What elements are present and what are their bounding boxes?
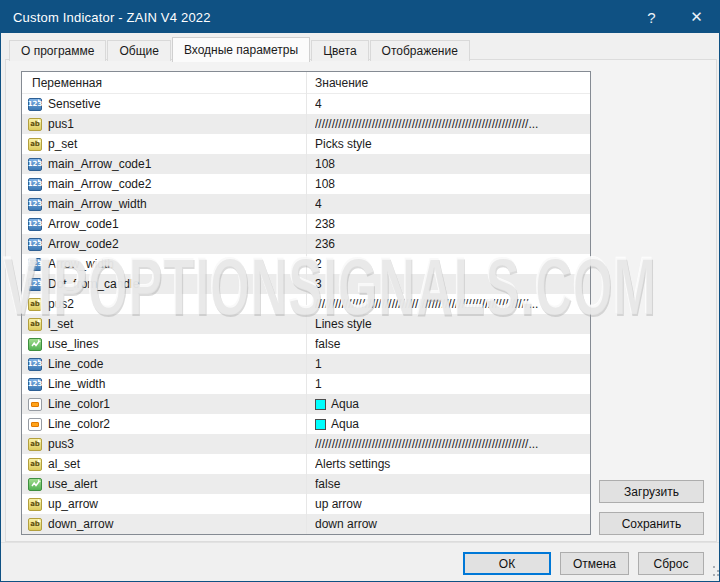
param-value[interactable]: ////////////////////////////////////////… [315, 437, 587, 451]
param-name: pus2 [48, 297, 74, 311]
param-name: up_arrow [48, 497, 98, 511]
integer-param-icon: 123 [28, 198, 42, 211]
footer-divider [1, 542, 719, 543]
param-name: Dot_from_candle [48, 277, 139, 291]
integer-param-icon: 123 [28, 178, 42, 191]
integer-param-icon: 123 [28, 158, 42, 171]
close-button[interactable]: ✕ [674, 1, 719, 33]
tab-about[interactable]: О программе [9, 40, 106, 61]
param-name: pus3 [48, 437, 74, 451]
param-value[interactable]: 3 [315, 277, 587, 291]
param-value[interactable]: Aqua [315, 417, 587, 431]
param-name: Arrow_width [48, 257, 114, 271]
param-value[interactable]: Lines style [315, 317, 587, 331]
param-name: main_Arrow_width [48, 197, 147, 211]
tab-input-parameters[interactable]: Входные параметры [172, 37, 310, 62]
window-title: Custom Indicator - ZAIN V4 2022 [1, 10, 211, 25]
tab-common[interactable]: Общие [107, 40, 170, 61]
color-swatch [315, 419, 326, 430]
integer-param-icon: 123 [28, 218, 42, 231]
param-name: use_lines [48, 337, 99, 351]
tab-colors[interactable]: Цвета [311, 40, 368, 61]
param-name: down_arrow [48, 517, 113, 531]
color-param-icon [28, 398, 42, 411]
param-value[interactable]: down arrow [315, 517, 587, 531]
string-param-icon: ab [28, 518, 42, 531]
color-swatch [315, 399, 326, 410]
boolean-param-icon [28, 478, 42, 491]
param-name: use_alert [48, 477, 97, 491]
param-value[interactable]: 236 [315, 237, 587, 251]
tab-visualization[interactable]: Отображение [370, 40, 470, 61]
param-value[interactable]: 4 [315, 97, 587, 111]
string-param-icon: ab [28, 118, 42, 131]
titlebar[interactable]: Custom Indicator - ZAIN V4 2022 ? ✕ [1, 1, 719, 33]
param-value[interactable]: 1 [315, 357, 587, 371]
resize-grip[interactable] [704, 566, 715, 577]
param-value[interactable]: Aqua [315, 397, 587, 411]
param-value[interactable]: ////////////////////////////////////////… [315, 117, 587, 131]
integer-param-icon: 123 [28, 258, 42, 271]
help-button[interactable]: ? [629, 1, 674, 33]
tab-strip: О программе Общие Входные параметры Цвет… [9, 36, 471, 61]
param-value[interactable]: 238 [315, 217, 587, 231]
parameters-table[interactable]: Переменная Значение 123Sensetive4abpus1/… [21, 71, 591, 535]
param-name: Line_color1 [48, 397, 110, 411]
color-param-icon [28, 418, 42, 431]
titlebar-buttons: ? ✕ [629, 1, 719, 33]
param-value[interactable]: false [315, 477, 587, 491]
param-name: main_Arrow_code1 [48, 157, 151, 171]
save-button[interactable]: Сохранить [599, 512, 704, 535]
param-name: l_set [48, 317, 73, 331]
string-param-icon: ab [28, 438, 42, 451]
integer-param-icon: 123 [28, 238, 42, 251]
column-header-variable[interactable]: Переменная [22, 76, 102, 90]
param-value[interactable]: up arrow [315, 497, 587, 511]
string-param-icon: ab [28, 138, 42, 151]
boolean-param-icon [28, 338, 42, 351]
ok-button[interactable]: ОК [463, 552, 551, 575]
string-param-icon: ab [28, 298, 42, 311]
param-name: Line_width [48, 377, 105, 391]
reset-button[interactable]: Сброс [638, 552, 704, 575]
integer-param-icon: 123 [28, 378, 42, 391]
param-value[interactable]: Picks style [315, 137, 587, 151]
string-param-icon: ab [28, 318, 42, 331]
param-value[interactable]: 4 [315, 197, 587, 211]
param-value[interactable]: ////////////////////////////////////////… [315, 297, 587, 311]
string-param-icon: ab [28, 458, 42, 471]
param-name: pus1 [48, 117, 74, 131]
param-value[interactable]: 1 [315, 377, 587, 391]
param-name: p_set [48, 137, 77, 151]
cancel-button[interactable]: Отмена [560, 552, 629, 575]
integer-param-icon: 123 [28, 278, 42, 291]
param-value[interactable]: 2 [315, 257, 587, 271]
param-name: al_set [48, 457, 80, 471]
param-value[interactable]: 108 [315, 157, 587, 171]
column-header-value[interactable]: Значение [315, 76, 368, 90]
param-name: main_Arrow_code2 [48, 177, 151, 191]
integer-param-icon: 123 [28, 358, 42, 371]
param-value[interactable]: Alerts settings [315, 457, 587, 471]
param-name: Line_code [48, 357, 103, 371]
integer-param-icon: 123 [28, 98, 42, 111]
param-name: Line_color2 [48, 417, 110, 431]
custom-indicator-dialog: Custom Indicator - ZAIN V4 2022 ? ✕ О пр… [0, 0, 720, 582]
string-param-icon: ab [28, 498, 42, 511]
param-name: Arrow_code1 [48, 217, 119, 231]
param-value[interactable]: false [315, 337, 587, 351]
param-name: Arrow_code2 [48, 237, 119, 251]
param-value[interactable]: 108 [315, 177, 587, 191]
param-name: Sensetive [48, 97, 101, 111]
load-button[interactable]: Загрузить [599, 480, 704, 503]
column-divider[interactable] [306, 72, 307, 534]
